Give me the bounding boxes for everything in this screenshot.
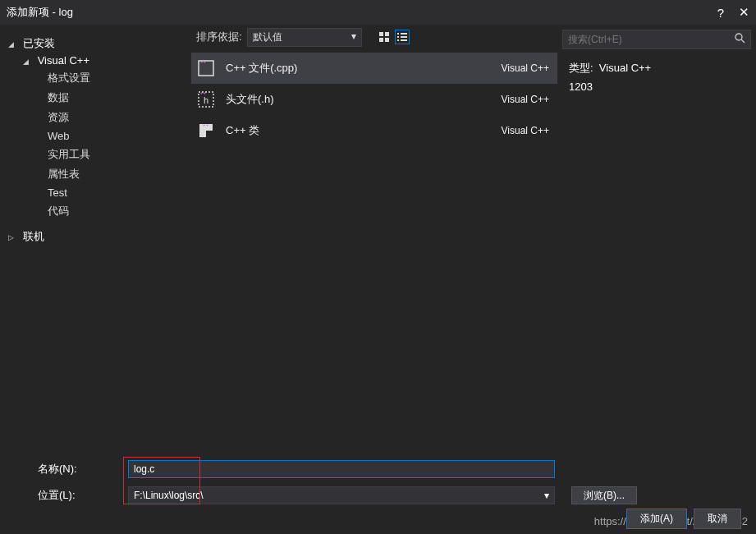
description-panel: 类型: Visual C++ 1203: [562, 54, 756, 104]
svg-text:++: ++: [200, 59, 207, 64]
tree-node-installed[interactable]: 已安装 Visual C++ 格式设置数据资源Web实用工具属性表Test代码: [8, 35, 176, 221]
svg-rect-7: [401, 36, 407, 38]
template-name: C++ 类: [226, 123, 492, 138]
h-file-icon: h++: [196, 90, 216, 109]
svg-rect-4: [397, 33, 399, 35]
location-label: 位置(L):: [38, 488, 120, 503]
tree-node-visual-cpp[interactable]: Visual C++ 格式设置数据资源Web实用工具属性表Test代码: [23, 53, 176, 221]
sidebar-item[interactable]: 数据: [34, 88, 176, 108]
sort-combo[interactable]: 默认值 ▾: [247, 28, 362, 47]
svg-point-17: [735, 34, 742, 40]
sidebar-item[interactable]: 资源: [34, 108, 176, 127]
help-button[interactable]: ?: [717, 6, 724, 20]
svg-rect-9: [401, 39, 407, 41]
search-input[interactable]: [568, 34, 735, 45]
svg-rect-3: [385, 38, 389, 42]
sidebar-item[interactable]: Test: [34, 184, 176, 201]
search-icon: [735, 33, 745, 46]
sidebar-item[interactable]: 实用工具: [34, 145, 176, 164]
svg-rect-6: [397, 36, 399, 38]
svg-rect-1: [385, 32, 389, 36]
tree-label-visual-cpp: Visual C++: [34, 53, 93, 68]
add-button[interactable]: 添加(A): [626, 509, 687, 529]
sidebar-item[interactable]: 格式设置: [34, 68, 176, 88]
svg-rect-5: [401, 33, 407, 35]
sort-bar: 排序依据: 默认值 ▾: [185, 25, 562, 49]
svg-rect-2: [379, 38, 383, 42]
window-title: 添加新项 - log: [7, 5, 717, 20]
chevron-down-icon: ▾: [544, 490, 549, 501]
cpp-file-icon: ++: [196, 58, 216, 78]
name-label: 名称(N):: [38, 462, 120, 476]
close-button[interactable]: ✕: [739, 5, 749, 20]
template-item[interactable]: ++C++ 类Visual C++: [191, 115, 557, 146]
desc-type-value: Visual C++: [599, 62, 651, 74]
grid-icon: [379, 32, 389, 42]
location-value: F:\Linux\log\src\: [134, 490, 204, 501]
template-name: C++ 文件(.cpp): [226, 61, 492, 76]
sort-label: 排序依据:: [196, 30, 242, 44]
chevron-down-icon[interactable]: [23, 54, 31, 67]
sort-value: 默认值: [253, 30, 282, 44]
svg-line-18: [741, 39, 745, 43]
cancel-button[interactable]: 取消: [694, 509, 741, 529]
chevron-right-icon[interactable]: [8, 230, 16, 242]
svg-text:h: h: [204, 95, 208, 105]
template-item[interactable]: h++头文件(.h)Visual C++: [191, 84, 557, 115]
svg-text:++: ++: [203, 122, 209, 127]
template-lang: Visual C++: [502, 94, 549, 105]
view-large-icons-button[interactable]: [377, 30, 392, 44]
title-bar: 添加新项 - log ? ✕: [0, 0, 756, 25]
sidebar-item[interactable]: 代码: [34, 201, 176, 221]
browse-button[interactable]: 浏览(B)...: [571, 486, 637, 504]
view-list-button[interactable]: [395, 30, 410, 44]
class-file-icon: ++: [196, 121, 216, 140]
list-icon: [397, 32, 407, 42]
template-item[interactable]: ++C++ 文件(.cpp)Visual C++: [191, 53, 557, 84]
template-lang: Visual C++: [502, 62, 549, 74]
svg-rect-0: [379, 32, 383, 36]
name-input[interactable]: [128, 460, 555, 478]
desc-type-label: 类型:: [569, 62, 593, 74]
location-combo[interactable]: F:\Linux\log\src\ ▾: [128, 486, 555, 504]
chevron-down-icon: ▾: [351, 30, 356, 44]
svg-text:++: ++: [200, 90, 207, 95]
tree-node-online[interactable]: 联机: [8, 228, 176, 246]
svg-rect-8: [397, 39, 399, 41]
chevron-down-icon[interactable]: [8, 37, 16, 49]
search-box[interactable]: [562, 30, 751, 49]
template-name: 头文件(.h): [226, 92, 492, 107]
desc-extra: 1203: [569, 81, 749, 93]
tree-label-online: 联机: [20, 228, 48, 246]
sidebar-item[interactable]: Web: [34, 127, 176, 145]
tree-label-installed: 已安装: [20, 35, 58, 53]
template-list: ++C++ 文件(.cpp)Visual C++h++头文件(.h)Visual…: [185, 49, 562, 146]
template-lang: Visual C++: [502, 125, 549, 136]
sidebar: 已安装 Visual C++ 格式设置数据资源Web实用工具属性表Test代码 …: [0, 25, 185, 452]
sidebar-item[interactable]: 属性表: [34, 164, 176, 184]
